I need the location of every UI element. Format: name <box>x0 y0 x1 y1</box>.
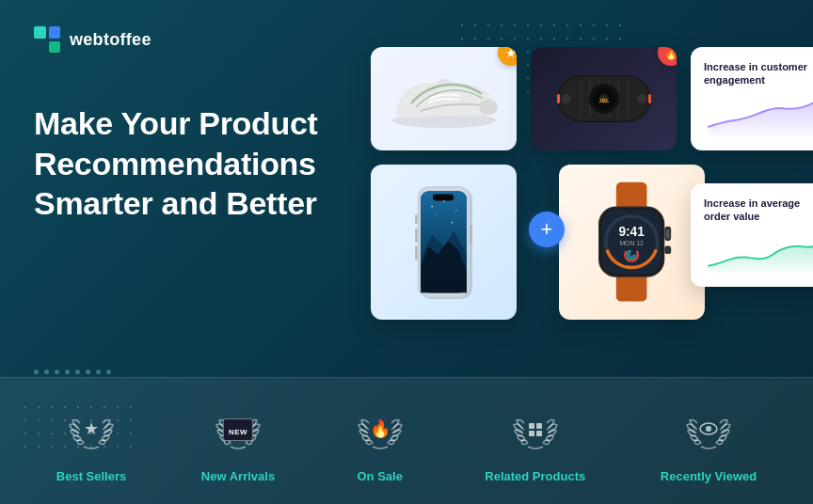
svg-text:JBL: JBL <box>598 98 610 103</box>
logo-icon <box>34 26 60 53</box>
svg-point-26 <box>431 205 433 207</box>
main-container: webtoffee Make Your Product Recommendati… <box>0 0 813 504</box>
best-sellers-item[interactable]: ★ Best Sellers <box>56 400 126 483</box>
svg-point-15 <box>562 94 571 103</box>
headline-text: Make Your Product Recommendations Smarte… <box>34 103 354 224</box>
watch-image: 9:41 MON 12 <box>576 172 689 313</box>
svg-text:🔥: 🔥 <box>370 418 391 439</box>
recently-viewed-label: Recently Viewed <box>661 469 757 483</box>
order-label: Increase in average order value <box>704 197 813 224</box>
svg-point-1 <box>479 100 498 115</box>
svg-point-30 <box>451 221 453 223</box>
svg-rect-42 <box>666 228 669 238</box>
svg-text:9:41: 9:41 <box>618 225 645 239</box>
on-sale-item[interactable]: 🔥 On Sale <box>350 400 410 483</box>
order-chart <box>704 228 813 274</box>
svg-rect-55 <box>529 431 534 436</box>
on-sale-laurel: 🔥 <box>350 400 410 460</box>
headline: Make Your Product Recommendations Smarte… <box>34 103 354 224</box>
star-badge: ★ <box>498 47 517 66</box>
decorative-dots <box>34 370 111 374</box>
svg-rect-56 <box>536 431 542 436</box>
bottom-navigation: ★ Best Sellers <box>0 377 813 504</box>
svg-rect-34 <box>415 245 418 260</box>
svg-text:★: ★ <box>84 419 99 438</box>
new-arrivals-item[interactable]: NEW New Arrivals <box>201 400 275 483</box>
svg-rect-17 <box>557 94 560 103</box>
engagement-label: Increase in customer engagement <box>704 60 813 87</box>
logo-sq-1 <box>34 26 46 39</box>
svg-rect-37 <box>615 273 646 301</box>
logo-area: webtoffee <box>34 26 151 53</box>
speaker-image: JBL <box>543 61 665 136</box>
watch-card: 9:41 MON 12 <box>559 165 705 320</box>
svg-point-59 <box>708 427 709 429</box>
related-products-item[interactable]: Related Products <box>485 400 585 483</box>
svg-rect-33 <box>415 228 418 242</box>
svg-point-28 <box>455 210 456 211</box>
svg-text:MON 12: MON 12 <box>619 240 644 246</box>
on-sale-icon-wrap: 🔥 <box>350 400 410 460</box>
speaker-card: 🔥 JBL <box>531 47 677 150</box>
related-products-laurel <box>505 400 566 460</box>
logo-sq-2 <box>49 26 61 39</box>
logo-sq-3 <box>34 41 46 54</box>
order-card: ↗ Increase in average order value <box>691 183 813 287</box>
related-products-label: Related Products <box>485 469 585 483</box>
svg-rect-43 <box>664 245 671 254</box>
best-sellers-label: Best Sellers <box>56 469 126 483</box>
plus-button[interactable]: + <box>529 212 565 247</box>
logo-text: webtoffee <box>70 30 151 50</box>
best-sellers-laurel: ★ <box>61 400 121 460</box>
recently-viewed-laurel <box>678 400 739 460</box>
svg-rect-18 <box>648 94 651 103</box>
svg-rect-53 <box>529 423 534 429</box>
new-arrivals-label: New Arrivals <box>201 469 275 483</box>
svg-rect-54 <box>536 423 542 429</box>
svg-point-16 <box>637 94 646 103</box>
logo-sq-4 <box>49 41 61 54</box>
best-sellers-icon-wrap: ★ <box>61 400 121 460</box>
recently-viewed-item[interactable]: Recently Viewed <box>661 400 757 483</box>
svg-rect-35 <box>470 225 472 244</box>
new-arrivals-icon-wrap: NEW <box>208 400 268 460</box>
shoe-card: ★ <box>371 47 517 150</box>
cards-area: ★ 🔥 <box>371 47 794 357</box>
shoe-image <box>383 66 505 132</box>
new-badge: NEW <box>223 418 253 441</box>
phone-card <box>371 165 517 320</box>
svg-rect-36 <box>615 181 646 210</box>
on-sale-label: On Sale <box>357 469 402 483</box>
svg-point-29 <box>435 213 436 214</box>
related-products-icon-wrap <box>505 400 566 460</box>
svg-rect-32 <box>415 214 418 224</box>
engagement-chart <box>704 92 813 137</box>
engagement-card: ↗ Increase in customer engagement <box>691 47 813 150</box>
recently-viewed-icon-wrap <box>678 400 739 460</box>
phone-image <box>388 172 501 313</box>
svg-rect-31 <box>433 194 454 200</box>
